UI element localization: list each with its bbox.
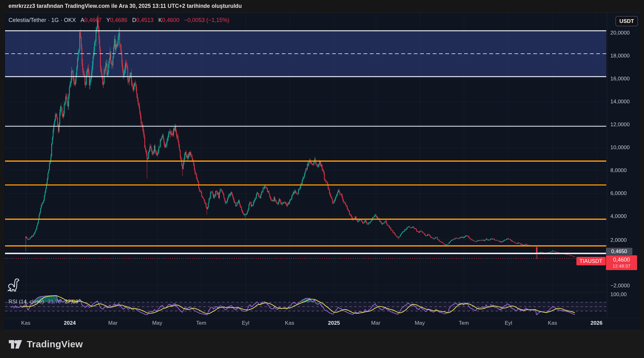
price-axis-label: 10,0000: [610, 144, 630, 151]
last-price-badge: 0,4600 12:48:37: [606, 255, 637, 270]
symbol-tag-badge: TIAUSDT: [576, 257, 606, 265]
time-axis-label: May: [415, 320, 425, 326]
time-axis-label: 2026: [591, 320, 602, 326]
price-axis-label: 14,0000: [610, 99, 630, 105]
legend-separator: ·: [60, 17, 62, 23]
price-axis-label: 4,0000: [610, 213, 627, 220]
footer: TradingView: [8, 337, 83, 352]
exchange-label: OKX: [64, 17, 76, 23]
ohlc-open: A0,4667: [80, 17, 102, 24]
ohlc-close: K0,4600: [158, 17, 179, 24]
price-axis-label: 6,0000: [610, 190, 627, 197]
tradingview-logo-icon[interactable]: [8, 338, 23, 350]
time-axis-label: Mar: [108, 320, 117, 326]
symbol-name[interactable]: Celestia/Tether: [8, 17, 46, 23]
ohlc-low: D0,4513: [132, 17, 153, 24]
time-axis-label: Tem: [196, 320, 206, 326]
symbol-title[interactable]: Celestia/Tether · 1G · OKX: [8, 17, 76, 24]
time-axis-label: May: [152, 320, 162, 326]
tradingview-brand-text[interactable]: TradingView: [27, 339, 83, 350]
currency-toggle-button[interactable]: USDT: [615, 16, 638, 26]
time-axis-label: 2025: [328, 320, 340, 326]
symbol-legend: Celestia/Tether · 1G · OKX A0,4667 Y0,46…: [8, 17, 230, 24]
ohlc-high: Y0,4686: [106, 17, 127, 24]
dino-doodle-icon: [7, 278, 20, 293]
price-change: −0,0053 (−1,15%): [184, 17, 229, 24]
bar-close-countdown: 12:48:37: [606, 263, 637, 269]
attribution-bar: emrkrzzz3 tarafından TradingView.com ile…: [0, 0, 644, 13]
legend-separator: ·: [48, 17, 50, 23]
price-axis-label: 2,0000: [610, 237, 627, 243]
time-axis-label: Kas: [285, 320, 294, 326]
time-axis-label: Tem: [459, 320, 469, 326]
time-axis-label: Mar: [371, 320, 380, 326]
price-axis-label: 100,00: [610, 291, 627, 298]
time-axis-label: Kas: [21, 320, 30, 326]
attribution-text: emrkrzzz3 tarafından TradingView.com ile…: [0, 0, 644, 12]
time-axis-label: Eyl: [505, 320, 512, 326]
time-axis-label: Eyl: [242, 320, 249, 326]
price-axis-label: 12,0000: [610, 122, 630, 128]
rsi-label[interactable]: RSI (14, close): [8, 299, 44, 305]
alert-price-badge: 0,4650: [606, 248, 632, 255]
price-axis-label: 18,0000: [610, 53, 630, 59]
rsi-legend: RSI (14, close) 31,78 27,06: [8, 299, 78, 305]
rsi-value: 31,78: [47, 299, 61, 305]
time-axis-label: Kas: [548, 320, 557, 326]
price-axis-label: 20,0000: [610, 30, 630, 36]
price-axis-label: 16,0000: [610, 76, 630, 82]
rsi-ma-value: 27,06: [65, 299, 78, 305]
price-axis-label: 8,0000: [610, 167, 627, 174]
interval-label[interactable]: 1G: [51, 17, 59, 23]
tradingview-snapshot: { "attribution": "emrkrzzz3 tarafından T…: [0, 0, 644, 358]
price-chart-canvas[interactable]: [0, 0, 644, 358]
price-axis-label: −2,0000: [610, 283, 630, 289]
time-axis-label: 2024: [64, 320, 76, 326]
last-price-value: 0,4600: [606, 256, 637, 263]
